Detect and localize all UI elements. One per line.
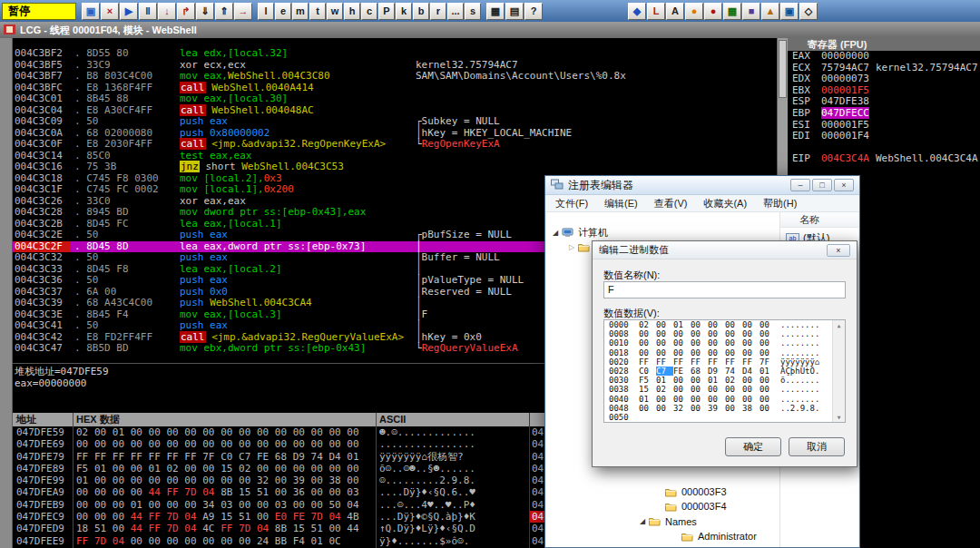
register-ecx[interactable]: ECX75794AC7kernel32.75794AC7 xyxy=(788,63,980,74)
register-eax[interactable]: EAX00000000 xyxy=(788,51,980,63)
plugin-button-2[interactable]: L xyxy=(647,3,665,20)
disasm-row[interactable]: 004C3C09. 50push eax┌Subkey = NULL xyxy=(13,116,777,128)
stack-row-partial[interactable]: 04 xyxy=(530,535,544,547)
stack-row-partial[interactable]: 04 xyxy=(530,475,544,486)
stack-row-partial[interactable]: 04 xyxy=(530,499,544,511)
disasm-row[interactable]: 004C3BF2. 8D55 80lea edx,[local.32] xyxy=(13,48,777,60)
dialog-hex-row[interactable]: 0028C0C7FE68D974D401ÀÇþhÙtÔ. xyxy=(604,367,845,376)
options-button[interactable]: ▦ xyxy=(486,3,505,20)
view-patches-button[interactable]: P xyxy=(378,3,395,20)
view-callstack-button[interactable]: k xyxy=(396,3,412,20)
pause-button[interactable]: ‖ xyxy=(139,3,157,20)
stack-row-partial[interactable]: 04 xyxy=(530,426,544,438)
hex-dump-pane[interactable]: 地址 HEX 数据 ASCII 047DFE590200010000000000… xyxy=(13,413,529,548)
view-source-button[interactable]: s xyxy=(465,3,481,20)
menu-item-1[interactable]: 编辑(E) xyxy=(596,195,646,212)
plugin-button-6[interactable]: ▦ xyxy=(723,3,741,20)
view-breakpoints-button[interactable]: b xyxy=(413,3,429,20)
help-button[interactable]: ? xyxy=(524,3,543,20)
register-edx[interactable]: EDX00000073 xyxy=(788,73,980,85)
regedit-titlebar[interactable]: 注册表编辑器 – □ × xyxy=(545,176,859,195)
edit-binary-value-dialog[interactable]: 编辑二进制数值 × 数值名称(N): F 数值数据(V): 0000020001… xyxy=(592,240,858,467)
hex-dump-row[interactable]: 047DFE79FFFFFFFFFFFFFF7FC0C7FE68D974D401… xyxy=(13,451,529,463)
view-references-button[interactable]: r xyxy=(430,3,446,20)
run-button[interactable]: ▶ xyxy=(120,3,138,20)
scroll-down-icon[interactable]: ▼ xyxy=(838,414,841,420)
dialog-hex-row[interactable]: 0050 xyxy=(604,413,845,422)
plugin-button-8[interactable]: ▲ xyxy=(761,3,779,20)
hex-dump-row[interactable]: 047DFED918510044FF7D044CFF7D048B15510044… xyxy=(13,523,529,534)
step-into-button[interactable]: ↓ xyxy=(158,3,176,20)
hex-dump-row[interactable]: 047DFE5902000100000000000000000000000000… xyxy=(13,426,529,438)
hex-dump-row[interactable]: 047DFEC900000044FF7D04A9155100E0FE7D044B… xyxy=(13,511,529,523)
tree-expander-icon[interactable]: ◢ xyxy=(550,229,561,237)
dialog-close-button[interactable]: × xyxy=(827,244,850,257)
dialog-hex-row[interactable]: 00480000320039003800..2.9.8. xyxy=(604,404,845,413)
register-edi[interactable]: EDI000001F4 xyxy=(788,131,980,142)
tree-item-names[interactable]: ◢Names xyxy=(546,514,779,529)
tree-item-000003f4[interactable]: 000003F4 xyxy=(546,499,779,514)
hex-dump-row[interactable]: 047DFEA90000000044FF7D048B15510036000003… xyxy=(13,486,529,498)
tree-expander-icon[interactable]: ◢ xyxy=(637,517,648,525)
stack-row-partial[interactable]: 04 xyxy=(530,511,544,523)
cpu-window-titlebar[interactable]: LCG - 线程 00001F04, 模块 - WebShell xyxy=(0,22,980,38)
plugin-button-10[interactable]: ◇ xyxy=(799,3,818,20)
view-handles-button[interactable]: h xyxy=(344,3,360,20)
dialog-hex-row[interactable]: 00180000000000000000........ xyxy=(604,348,845,357)
view-executables-button[interactable]: e xyxy=(275,3,291,20)
maximize-button[interactable]: □ xyxy=(812,179,832,191)
register-eip[interactable]: EIP004C3C4AWebShell.004C3C4A xyxy=(788,153,980,165)
hex-dump-row[interactable]: 047DFE89F5010000010200001502000000000000… xyxy=(13,463,529,475)
menu-item-0[interactable]: 文件(F) xyxy=(547,195,596,212)
stack-row-partial[interactable]: 04 xyxy=(530,486,544,498)
plugin-button-9[interactable]: ▣ xyxy=(780,3,799,20)
dialog-hex-row[interactable]: 00000200010000000000........ xyxy=(604,320,845,329)
tree-item-administrator[interactable]: Administrator xyxy=(546,529,779,543)
view-memory-button[interactable]: m xyxy=(292,3,309,20)
scroll-up-icon[interactable]: ▲ xyxy=(838,322,841,328)
dialog-hex-row[interactable]: 0020FFFFFFFFFFFFFF7Fÿÿÿÿÿÿÿ⌂ xyxy=(604,357,845,367)
close-program-button[interactable]: × xyxy=(101,3,119,20)
minimize-button[interactable]: – xyxy=(790,179,810,191)
plugin-button-1[interactable]: ◆ xyxy=(628,3,646,20)
open-file-button[interactable]: ▣ xyxy=(82,3,100,20)
disasm-row[interactable]: 004C3C16. 75 3Bjnz short WebShell.004C3C… xyxy=(13,161,777,173)
animate-over-button[interactable]: ⇑ xyxy=(215,3,233,20)
dialog-hex-row[interactable]: 00100000000000000000........ xyxy=(604,338,845,347)
stack-row-partial[interactable]: 04 xyxy=(530,438,544,450)
run-to-return-button[interactable]: → xyxy=(234,3,252,20)
dialog-hex-row[interactable]: 00381502000000000000........ xyxy=(604,385,845,394)
name-column-header[interactable]: 名称 xyxy=(780,212,858,228)
appearance-button[interactable]: ▤ xyxy=(505,3,524,20)
disasm-row[interactable]: 004C3C01. 8B45 88mov eax,[local.30] xyxy=(13,93,777,105)
ok-button[interactable]: 确定 xyxy=(725,437,781,456)
register-ebx[interactable]: EBX000001F5 xyxy=(788,85,980,97)
cancel-button[interactable]: 取消 xyxy=(789,437,845,456)
close-window-button[interactable]: × xyxy=(834,179,854,191)
value-name-input[interactable]: F xyxy=(603,281,846,298)
tree-item-guest[interactable]: Guest xyxy=(546,543,779,547)
menu-item-3[interactable]: 收藏夹(A) xyxy=(695,195,755,212)
view-runtrace-button[interactable]: ... xyxy=(447,3,464,20)
tree-item-computer[interactable]: ◢计算机 xyxy=(546,225,779,240)
menu-item-4[interactable]: 帮助(H) xyxy=(755,195,805,212)
plugin-button-4[interactable]: ● xyxy=(685,3,703,20)
plugin-button-3[interactable]: A xyxy=(666,3,684,20)
register-esp[interactable]: ESP047DFE38 xyxy=(788,96,980,108)
disasm-row[interactable]: 004C3C14. 85C0test eax,eax xyxy=(13,151,777,162)
hex-dump-row[interactable]: 047DFE6900000000000000000000000000000000… xyxy=(13,438,529,450)
view-windows-button[interactable]: w xyxy=(327,3,343,20)
disasm-row[interactable]: 004C3BF7. B8 803C4C00mov eax,WebShell.00… xyxy=(13,71,777,83)
dialog-hex-row[interactable]: 00400100000000000000........ xyxy=(604,395,845,404)
value-data-editor[interactable]: 00000200010000000000........000800000000… xyxy=(603,319,846,423)
disasm-row[interactable]: 004C3C0F. E8 2030F4FFcall <jmp.&advapi32… xyxy=(13,139,777,151)
stack-row-partial[interactable]: 04 xyxy=(530,523,544,534)
plugin-button-5[interactable]: ● xyxy=(704,3,722,20)
register-esi[interactable]: ESI000001F5 xyxy=(788,120,980,132)
dialog-titlebar[interactable]: 编辑二进制数值 × xyxy=(593,241,857,259)
dialog-hex-row[interactable]: 00080000000000000000........ xyxy=(604,329,845,338)
menu-item-2[interactable]: 查看(V) xyxy=(646,195,696,212)
step-over-button[interactable]: ↱ xyxy=(177,3,195,20)
tree-item-000003f3[interactable]: 000003F3 xyxy=(546,484,779,499)
scrollbar-thumb[interactable] xyxy=(779,40,787,98)
